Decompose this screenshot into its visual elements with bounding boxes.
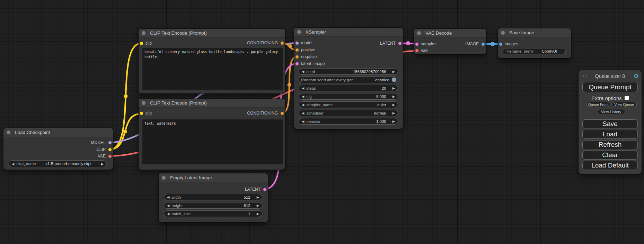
prev-arrow-icon[interactable] <box>164 212 169 216</box>
prev-arrow-icon[interactable] <box>299 103 304 107</box>
node-title: KSampler <box>306 29 326 35</box>
clear-button[interactable]: Clear <box>582 151 638 160</box>
ckpt-name-widget[interactable]: ckpt_name v1-5-pruned-emaonly.ckpt <box>9 160 107 167</box>
next-arrow-icon[interactable] <box>392 103 398 107</box>
prev-arrow-icon[interactable] <box>299 70 304 73</box>
widget-label: width <box>171 195 181 199</box>
widget-value: ComfyUI <box>533 49 565 53</box>
seed-widget[interactable]: seed 156680208700286 <box>299 68 398 75</box>
prev-arrow-icon[interactable] <box>299 119 304 123</box>
widget-label: sampler_name <box>306 103 333 107</box>
link-midpoint-dot <box>289 44 292 48</box>
output-slot-model[interactable] <box>108 141 112 144</box>
node-titlebar[interactable]: VAE Decode <box>414 29 486 38</box>
batch-size-widget[interactable]: batch_size 1 <box>164 210 262 217</box>
output-slot-latent[interactable] <box>263 188 266 191</box>
next-arrow-icon[interactable] <box>392 119 398 123</box>
prev-arrow-icon[interactable] <box>299 94 304 98</box>
collapse-dot-icon[interactable] <box>297 30 301 34</box>
input-slot-samples[interactable] <box>415 43 418 46</box>
next-arrow-icon[interactable] <box>392 94 398 98</box>
steps-widget[interactable]: steps 20 <box>299 85 398 91</box>
node-titlebar[interactable]: CLIP Text Encode (Prompt) <box>139 99 285 108</box>
node-save-image[interactable]: Save Image images filename_prefix ComfyU… <box>498 28 571 58</box>
width-widget[interactable]: width 512 <box>164 194 262 200</box>
load-button[interactable]: Load <box>582 130 638 139</box>
prev-arrow-icon[interactable] <box>299 86 304 90</box>
prev-arrow-icon[interactable] <box>9 162 14 166</box>
view-history-button[interactable]: View History <box>597 109 625 114</box>
slot-label: CONDITIONING <box>247 111 278 116</box>
filename-prefix-widget[interactable]: filename_prefix ComfyUI <box>503 48 566 54</box>
next-arrow-icon[interactable] <box>101 162 106 166</box>
node-load-checkpoint[interactable]: Load Checkpoint MODEL CLIP VAE ckpt_name… <box>3 128 113 170</box>
collapse-dot-icon[interactable] <box>501 31 505 35</box>
settings-gear-icon[interactable] <box>634 73 639 80</box>
input-slot-clip[interactable] <box>140 112 143 115</box>
node-titlebar[interactable]: KSampler <box>294 28 403 37</box>
next-arrow-icon[interactable] <box>392 111 398 115</box>
random-seed-widget[interactable]: Random seed after every gen enabled <box>299 76 398 83</box>
widget-label: scheduler <box>306 111 324 115</box>
save-button[interactable]: Save <box>582 119 638 128</box>
next-arrow-icon[interactable] <box>392 70 398 73</box>
queue-prompt-button[interactable]: Queue Prompt <box>582 82 638 92</box>
scheduler-widget[interactable]: scheduler normal <box>299 110 398 116</box>
input-slot-vae[interactable] <box>415 49 418 52</box>
denoise-widget[interactable]: denoise 1.000 <box>299 118 398 125</box>
height-widget[interactable]: height 512 <box>164 202 262 209</box>
output-slot-image[interactable] <box>482 43 485 46</box>
node-vae-decode[interactable]: VAE Decode samples vae IMAGE <box>414 29 486 54</box>
extra-options-checkbox[interactable] <box>625 96 629 100</box>
node-title: VAE Decode <box>425 30 452 36</box>
queue-front-button[interactable]: Queue Front <box>586 102 610 107</box>
node-titlebar[interactable]: CLIP Text Encode (Prompt) <box>139 29 285 38</box>
input-slot-latent-image[interactable] <box>295 62 299 65</box>
output-slot-vae[interactable] <box>108 155 112 158</box>
cfg-widget[interactable]: cfg 8.000 <box>299 93 398 100</box>
node-titlebar[interactable]: Save Image <box>498 28 571 37</box>
collapse-dot-icon[interactable] <box>417 31 421 35</box>
node-titlebar[interactable]: Load Checkpoint <box>3 128 113 137</box>
widget-value: 1.000 <box>376 119 392 124</box>
input-slot-positive[interactable] <box>295 48 299 52</box>
sampler-name-widget[interactable]: sampler_name euler <box>299 101 398 108</box>
slot-label: LATENT <box>380 41 396 46</box>
input-slot-clip[interactable] <box>140 42 143 45</box>
next-arrow-icon[interactable] <box>257 212 262 216</box>
collapse-dot-icon[interactable] <box>142 101 145 105</box>
output-slot-conditioning[interactable] <box>281 42 284 45</box>
slot-label: model <box>301 40 312 45</box>
node-clip-text-encode-2[interactable]: CLIP Text Encode (Prompt) clip CONDITION… <box>139 99 285 170</box>
output-slot-latent[interactable] <box>398 42 402 45</box>
node-titlebar[interactable]: Empty Latent Image <box>159 173 268 182</box>
next-arrow-icon[interactable] <box>257 204 262 207</box>
input-slot-model[interactable] <box>295 42 299 45</box>
output-slot-conditioning[interactable] <box>281 112 284 115</box>
prev-arrow-icon[interactable] <box>164 204 169 207</box>
collapse-dot-icon[interactable] <box>162 176 166 180</box>
slot-label: CLIP <box>96 147 106 152</box>
toggle-icon[interactable] <box>391 77 397 82</box>
node-clip-text-encode-1[interactable]: CLIP Text Encode (Prompt) clip CONDITION… <box>139 29 285 93</box>
view-queue-button[interactable]: View Queue <box>611 102 637 107</box>
prev-arrow-icon[interactable] <box>299 111 304 115</box>
node-title: Save Image <box>509 30 534 35</box>
next-arrow-icon[interactable] <box>257 195 262 199</box>
output-slot-clip[interactable] <box>108 148 112 151</box>
node-ksampler[interactable]: KSampler model positive negative latent_… <box>294 28 403 129</box>
node-empty-latent-image[interactable]: Empty Latent Image LATENT width 512 heig… <box>159 173 268 222</box>
widget-label: Random seed after every gen <box>301 78 354 82</box>
widget-label: height <box>171 204 182 208</box>
prompt-textarea[interactable]: text, watermark <box>142 119 283 164</box>
next-arrow-icon[interactable] <box>392 86 398 90</box>
collapse-dot-icon[interactable] <box>7 130 10 134</box>
extra-options-label: Extra options <box>591 95 622 101</box>
input-slot-negative[interactable] <box>295 55 299 58</box>
load-default-button[interactable]: Load Default <box>582 161 638 170</box>
prompt-textarea[interactable]: beautiful scenery nature glass bottle la… <box>142 48 283 90</box>
collapse-dot-icon[interactable] <box>142 31 145 35</box>
refresh-button[interactable]: Refresh <box>582 140 638 149</box>
prev-arrow-icon[interactable] <box>164 195 169 199</box>
input-slot-images[interactable] <box>499 43 502 46</box>
